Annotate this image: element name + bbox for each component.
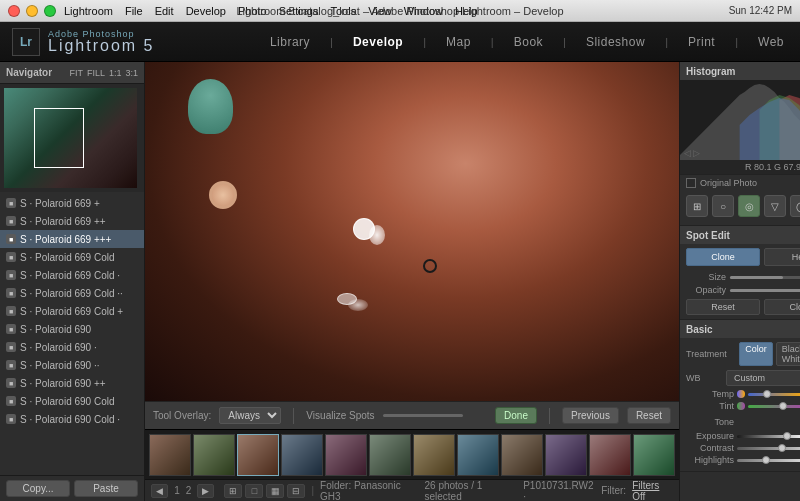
clone-button[interactable]: Clone bbox=[686, 248, 760, 266]
list-item[interactable]: ■ S · Polaroid 690 ++ bbox=[0, 374, 144, 392]
3to1-btn[interactable]: 3:1 bbox=[125, 68, 138, 78]
histogram-left-arrow[interactable]: ◁ bbox=[684, 148, 691, 158]
basic-header[interactable]: Basic ▼ bbox=[680, 320, 800, 338]
tab-web[interactable]: Web bbox=[754, 33, 788, 51]
exposure-thumb[interactable] bbox=[783, 432, 791, 440]
original-photo-checkbox[interactable] bbox=[686, 178, 696, 188]
contrast-thumb[interactable] bbox=[778, 444, 786, 452]
spot-close-button[interactable]: Close bbox=[764, 299, 800, 315]
survey-view-btn[interactable]: ⊟ bbox=[287, 484, 305, 498]
filmstrip-thumb[interactable] bbox=[149, 434, 191, 476]
list-item[interactable]: ■ S · Polaroid 690 ·· bbox=[0, 356, 144, 374]
red-eye-btn[interactable]: ◎ bbox=[738, 195, 760, 217]
visualize-slider[interactable] bbox=[383, 414, 463, 417]
histogram-info: ◁ ▷ bbox=[680, 146, 800, 160]
tab-map[interactable]: Map bbox=[442, 33, 475, 51]
list-item[interactable]: ■ S · Polaroid 669 Cold · bbox=[0, 266, 144, 284]
filmstrip-thumb[interactable] bbox=[457, 434, 499, 476]
filmstrip-thumb[interactable] bbox=[369, 434, 411, 476]
filter-value[interactable]: Filters Off bbox=[632, 480, 673, 502]
spot-reset-button[interactable]: Reset bbox=[686, 299, 760, 315]
thumbnail-overlay-box[interactable] bbox=[34, 108, 84, 168]
copy-button[interactable]: Copy... bbox=[6, 480, 70, 497]
filmstrip-thumb[interactable] bbox=[193, 434, 235, 476]
exposure-slider[interactable] bbox=[737, 435, 800, 438]
highlights-slider[interactable] bbox=[737, 459, 800, 462]
tab-slideshow[interactable]: Slideshow bbox=[582, 33, 649, 51]
list-item[interactable]: ■ S · Polaroid 669 Cold bbox=[0, 248, 144, 266]
spot-removal-btn[interactable]: ○ bbox=[712, 195, 734, 217]
toolbar-separator-2 bbox=[549, 408, 550, 424]
tab-library[interactable]: Library bbox=[266, 33, 314, 51]
done-button[interactable]: Done bbox=[495, 407, 537, 424]
previous-button[interactable]: Previous bbox=[562, 407, 619, 424]
treatment-buttons: Color Black & White bbox=[739, 342, 800, 366]
menu-lightroom[interactable]: Lightroom bbox=[64, 5, 113, 17]
window-title: Lightroom 5 catalog_lrcat – Adobe Photos… bbox=[236, 5, 563, 17]
next-page-btn[interactable]: ▶ bbox=[197, 484, 214, 498]
menu-file[interactable]: File bbox=[125, 5, 143, 17]
size-slider[interactable] bbox=[730, 276, 800, 279]
tab-develop[interactable]: Develop bbox=[349, 33, 407, 51]
page-num-1[interactable]: 1 bbox=[174, 485, 180, 496]
histogram-header[interactable]: Histogram ▼ bbox=[680, 62, 800, 80]
filmstrip-thumb[interactable] bbox=[501, 434, 543, 476]
tool-overlay-dropdown[interactable]: Always bbox=[219, 407, 281, 424]
filmstrip-thumb[interactable] bbox=[325, 434, 367, 476]
maximize-button[interactable] bbox=[44, 5, 56, 17]
close-button[interactable] bbox=[8, 5, 20, 17]
lr-logo: Lr bbox=[12, 28, 40, 56]
list-item[interactable]: ■ S · Polaroid 690 bbox=[0, 320, 144, 338]
list-item[interactable]: ■ S · Polaroid 669 + bbox=[0, 194, 144, 212]
histogram-right-arrow[interactable]: ▷ bbox=[693, 148, 700, 158]
tint-slider-thumb[interactable] bbox=[779, 402, 787, 410]
filmstrip-thumb[interactable] bbox=[237, 434, 279, 476]
heal-button[interactable]: Heal bbox=[764, 248, 800, 266]
bw-button[interactable]: Black & White bbox=[776, 342, 800, 366]
tint-slider[interactable] bbox=[748, 405, 800, 408]
graduated-filter-btn[interactable]: ▽ bbox=[764, 195, 786, 217]
highlights-thumb[interactable] bbox=[762, 456, 770, 464]
contrast-slider[interactable] bbox=[737, 447, 800, 450]
compare-view-btn[interactable]: ▦ bbox=[266, 484, 284, 498]
filmstrip-thumb[interactable] bbox=[413, 434, 455, 476]
menu-develop[interactable]: Develop bbox=[186, 5, 226, 17]
filmstrip-thumb[interactable] bbox=[545, 434, 587, 476]
contrast-slider-row: Contrast + 15 bbox=[686, 443, 800, 453]
fill-btn[interactable]: FILL bbox=[87, 68, 105, 78]
list-item[interactable]: ■ S · Polaroid 669 Cold ·· bbox=[0, 284, 144, 302]
opacity-slider[interactable] bbox=[730, 289, 800, 292]
temp-slider[interactable] bbox=[748, 393, 800, 396]
list-item[interactable]: ■ S · Polaroid 690 · bbox=[0, 338, 144, 356]
filmstrip-thumb[interactable] bbox=[633, 434, 675, 476]
list-item[interactable]: ■ S · Polaroid 669 +++ bbox=[0, 230, 144, 248]
page-num-2[interactable]: 2 bbox=[186, 485, 192, 496]
paste-button[interactable]: Paste bbox=[74, 480, 138, 497]
loupe-view-btn[interactable]: □ bbox=[245, 484, 263, 498]
reset-button[interactable]: Reset bbox=[627, 407, 671, 424]
list-item[interactable]: ■ S · Polaroid 690 Cold · bbox=[0, 410, 144, 428]
grid-view-btn[interactable]: ⊞ bbox=[224, 484, 242, 498]
spot-overlay-2[interactable] bbox=[337, 293, 357, 305]
prev-page-btn[interactable]: ◀ bbox=[151, 484, 168, 498]
minimize-button[interactable] bbox=[26, 5, 38, 17]
fit-btn[interactable]: FIT bbox=[69, 68, 83, 78]
color-button[interactable]: Color bbox=[739, 342, 773, 366]
tab-print[interactable]: Print bbox=[684, 33, 719, 51]
filmstrip-thumb[interactable] bbox=[589, 434, 631, 476]
filmstrip-thumb[interactable] bbox=[281, 434, 323, 476]
menu-edit[interactable]: Edit bbox=[155, 5, 174, 17]
tab-book[interactable]: Book bbox=[510, 33, 547, 51]
list-item[interactable]: ■ S · Polaroid 669 Cold + bbox=[0, 302, 144, 320]
1to1-btn[interactable]: 1:1 bbox=[109, 68, 122, 78]
spot-edit-header[interactable]: Spot Edit ▼ bbox=[680, 226, 800, 244]
temp-slider-thumb[interactable] bbox=[763, 390, 771, 398]
wb-dropdown[interactable]: Custom bbox=[726, 370, 800, 386]
list-item[interactable]: ■ S · Polaroid 669 ++ bbox=[0, 212, 144, 230]
navigator-thumbnail[interactable] bbox=[4, 88, 137, 188]
window-controls[interactable] bbox=[8, 5, 56, 17]
crop-tool-btn[interactable]: ⊞ bbox=[686, 195, 708, 217]
navigator-header[interactable]: Navigator FIT FILL 1:1 3:1 bbox=[0, 62, 144, 84]
list-item[interactable]: ■ S · Polaroid 690 Cold bbox=[0, 392, 144, 410]
radial-filter-btn[interactable]: ◯ bbox=[790, 195, 800, 217]
